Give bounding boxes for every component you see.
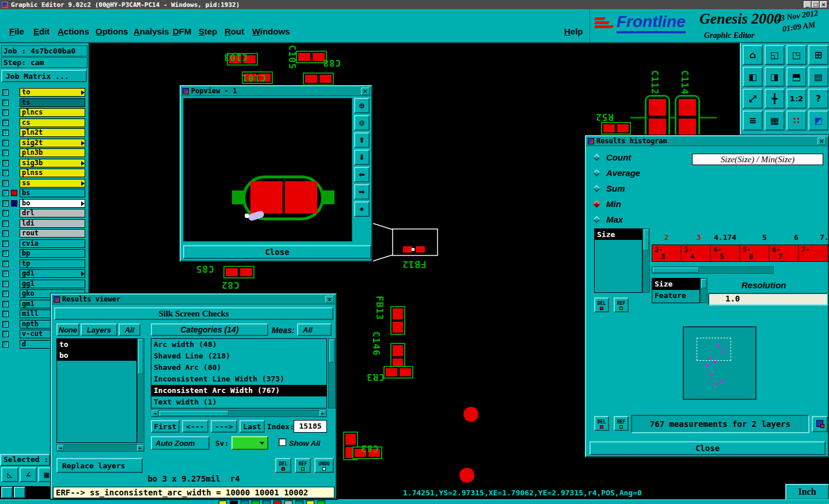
layer-name[interactable]: ldi: [20, 219, 85, 228]
index-field[interactable]: 15185: [294, 420, 327, 433]
taskbar-icon[interactable]: [284, 501, 292, 504]
tool-highlight-button[interactable]: ∷: [786, 110, 807, 131]
layer-checkbox[interactable]: [2, 129, 9, 136]
category-hscrollbar[interactable]: ◄►: [151, 410, 327, 417]
sv-color-dropdown[interactable]: [231, 436, 268, 450]
ref-button[interactable]: REF: [614, 297, 629, 312]
category-item[interactable]: Text width (1): [151, 396, 326, 408]
layer-name[interactable]: gg1: [20, 280, 85, 288]
window-titlebar[interactable]: Graphic Editor 9.02c2 (00@HY-P3CAM-PC14 …: [0, 0, 829, 9]
feature-list-item-selected[interactable]: Size: [652, 278, 699, 290]
results-histogram-titlebar[interactable]: Results histogram ×: [586, 136, 828, 146]
taskbar-icon[interactable]: [263, 501, 271, 504]
layer-row-rout[interactable]: rout: [0, 228, 89, 239]
layer-row-gg1[interactable]: gg1: [0, 279, 89, 289]
layer-checkbox[interactable]: [2, 89, 9, 96]
ref-button[interactable]: REF: [614, 416, 629, 431]
layer-checkbox[interactable]: [2, 281, 9, 287]
layer-checkbox[interactable]: [2, 120, 9, 126]
feature-list-item[interactable]: Feature: [652, 290, 699, 301]
undo-button[interactable]: UNDO: [314, 458, 334, 473]
layer-checkbox[interactable]: [2, 109, 9, 116]
radio-diamond-icon[interactable]: [593, 216, 600, 223]
stat-min-selected[interactable]: Min: [594, 199, 621, 209]
menu-options[interactable]: Options: [96, 26, 128, 36]
layer-name[interactable]: rout: [20, 229, 85, 238]
first-button[interactable]: First: [151, 420, 180, 433]
popview-center-button[interactable]: ⌖: [354, 201, 370, 217]
layer-checkbox[interactable]: [2, 180, 9, 186]
layer-checkbox[interactable]: [2, 341, 9, 348]
layer-name[interactable]: drl: [20, 209, 85, 217]
layer-checkbox[interactable]: [2, 100, 9, 106]
layer-checkbox[interactable]: [2, 240, 9, 247]
tool-view-sheet-button[interactable]: ◱: [765, 45, 785, 65]
layer-name[interactable]: ts: [20, 98, 85, 107]
menu-step[interactable]: Step: [199, 26, 218, 36]
taskbar-icon[interactable]: [295, 501, 303, 504]
layer-row-bp[interactable]: bp: [0, 249, 89, 259]
viewer-layer-scrollbar[interactable]: [137, 338, 144, 443]
layer-name[interactable]: cvia: [20, 239, 85, 248]
layer-checkbox[interactable]: [2, 210, 9, 216]
layer-row-plncs[interactable]: plncs: [0, 108, 89, 118]
popview-titlebar[interactable]: Popview - 1 ×: [181, 86, 371, 96]
category-item-selected[interactable]: Inconsistent Arc Width (767): [151, 385, 326, 396]
layer-row-ldi[interactable]: ldi: [0, 219, 89, 229]
layer-checkbox[interactable]: [2, 170, 9, 176]
layer-row-pln2t[interactable]: pln2t: [0, 128, 89, 138]
category-item[interactable]: Inconsistent Line Width (373): [151, 373, 326, 385]
layer-name[interactable]: ss: [20, 179, 85, 188]
layer-name[interactable]: sig3b: [20, 159, 85, 167]
layer-row-ss[interactable]: ss: [0, 178, 89, 189]
taskbar-icon[interactable]: [230, 501, 238, 504]
layer-name[interactable]: sig2t: [20, 139, 85, 147]
zoom-to-measure-button[interactable]: [812, 416, 828, 432]
feature-list-scrollbar[interactable]: [700, 278, 708, 303]
prev-button[interactable]: <---: [182, 420, 208, 433]
stat-sum[interactable]: Sum: [594, 184, 625, 193]
replace-layers-dropdown[interactable]: Replace layers: [56, 458, 143, 473]
layer-row-gd1[interactable]: gd1: [0, 269, 89, 279]
tool-zoom-extents-button[interactable]: ⤢: [743, 89, 763, 109]
tool-view-home-button[interactable]: ⌂: [743, 45, 763, 65]
popview-close-button[interactable]: Close: [183, 245, 371, 259]
layer-checkbox[interactable]: [2, 331, 9, 337]
tool-layer-table-button[interactable]: ▤: [808, 67, 828, 87]
job-matrix-button[interactable]: Job Matrix ...: [1, 70, 87, 82]
results-viewer-close-icon[interactable]: ×: [325, 296, 334, 303]
menu-file[interactable]: File: [9, 26, 24, 36]
stat-max[interactable]: Max: [594, 215, 623, 224]
menu-analysis[interactable]: Analysis: [134, 26, 169, 36]
histogram-hscrollbar[interactable]: [652, 266, 774, 274]
category-item[interactable]: Shaved Arc (80): [151, 362, 326, 373]
popview-pan-up-button[interactable]: ⬆: [354, 132, 370, 148]
layer-row-bo[interactable]: bo: [0, 198, 89, 209]
tool-grid-button[interactable]: ▦: [765, 110, 785, 131]
layer-name[interactable]: tp: [20, 259, 85, 268]
layer-checkbox[interactable]: [2, 150, 9, 156]
layer-row-sig2t[interactable]: sig2t: [0, 138, 89, 148]
status-tool-button[interactable]: [14, 487, 25, 498]
maximize-button[interactable]: □: [812, 1, 819, 8]
taskbar-icon[interactable]: [273, 501, 282, 504]
last-button[interactable]: Last: [239, 420, 265, 433]
taskbar-icon[interactable]: [317, 501, 325, 504]
layer-checkbox[interactable]: [2, 160, 9, 166]
filter-all-button[interactable]: All: [119, 323, 140, 336]
del-button[interactable]: DEL: [594, 416, 609, 431]
tool-zoom-window-button[interactable]: ⬒: [786, 67, 807, 87]
menu-help[interactable]: Help: [564, 26, 583, 36]
tool-help-button[interactable]: ?: [808, 89, 828, 109]
menu-edit[interactable]: Edit: [33, 26, 50, 36]
layer-name[interactable]: gd1: [20, 269, 85, 278]
layer-row-plnss[interactable]: plnss: [0, 168, 89, 178]
layer-row-drl[interactable]: drl: [0, 208, 89, 219]
unit-button[interactable]: Inch: [785, 484, 829, 500]
layer-checkbox[interactable]: [2, 250, 9, 257]
layer-checkbox[interactable]: [2, 270, 9, 277]
layer-checkbox[interactable]: [2, 311, 9, 317]
filter-none-button[interactable]: None: [56, 323, 79, 336]
category-item[interactable]: Shaved Line (218): [151, 350, 326, 362]
layer-row-sig3b[interactable]: sig3b: [0, 158, 89, 169]
